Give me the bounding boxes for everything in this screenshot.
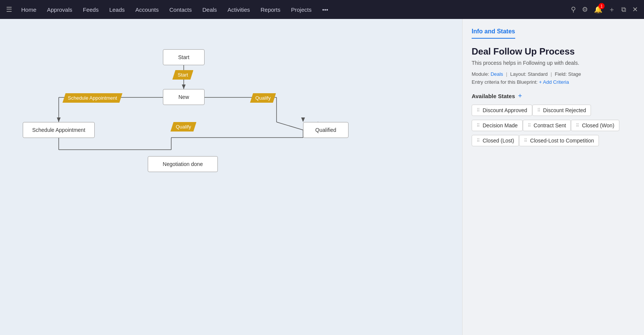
info-states-tab[interactable]: Info and States	[472, 28, 515, 39]
nav-leads[interactable]: Leads	[105, 4, 129, 15]
notification-icon[interactable]: 🔔 1	[594, 5, 602, 14]
top-navigation: ☰ Home Approvals Feeds Leads Accounts Co…	[0, 0, 644, 19]
state-chip-discount-approved[interactable]: ⠿Discount Approved	[472, 105, 532, 116]
negotiation-done-node[interactable]: Negotiation done	[148, 156, 218, 172]
drag-handle: ⠿	[524, 138, 528, 143]
module-value[interactable]: Deals	[491, 71, 503, 77]
menu-icon[interactable]: ☰	[6, 5, 12, 14]
nav-accounts[interactable]: Accounts	[131, 4, 163, 15]
drag-handle: ⠿	[537, 108, 541, 113]
nav-home[interactable]: Home	[17, 4, 41, 15]
state-chip-contract-sent[interactable]: ⠿Contract Sent	[523, 120, 571, 131]
gamepad-icon[interactable]: ⚙	[582, 5, 588, 14]
field-label: Field:	[555, 71, 567, 77]
drag-handle: ⠿	[477, 138, 480, 143]
nav-approvals[interactable]: Approvals	[42, 4, 77, 15]
drag-handle: ⠿	[576, 123, 580, 128]
entry-criteria-label: Entry criteria for this Blueprint:	[472, 79, 538, 85]
search-icon[interactable]: ⚲	[571, 5, 576, 14]
right-panel: Info and States Deal Follow Up Process T…	[462, 19, 644, 335]
svg-line-7	[277, 122, 303, 130]
panel-title: Deal Follow Up Process	[472, 46, 635, 57]
svg-marker-14	[57, 117, 61, 122]
module-label: Module:	[472, 71, 489, 77]
available-states-header: Available States +	[472, 92, 635, 99]
panel-description: This process helps in Following up with …	[472, 60, 635, 66]
add-state-button[interactable]: +	[518, 92, 522, 99]
drag-handle: ⠿	[528, 123, 531, 128]
drag-handle: ⠿	[477, 123, 480, 128]
add-criteria-link[interactable]: + Add Criteria	[539, 79, 569, 85]
layout-value: Standard	[528, 71, 548, 77]
add-icon[interactable]: ＋	[608, 5, 615, 14]
canvas-svg	[0, 19, 462, 335]
nav-projects[interactable]: Projects	[286, 4, 316, 15]
close-icon[interactable]: ✕	[632, 5, 638, 14]
state-chip-discount-rejected[interactable]: ⠿Discount Rejected	[532, 105, 591, 116]
svg-marker-15	[301, 117, 305, 122]
states-list: ⠿Discount Approved⠿Discount Rejected⠿Dec…	[472, 105, 635, 150]
state-chip-decision-made[interactable]: ⠿Decision Made	[472, 120, 523, 131]
nav-icons: ⚲ ⚙ 🔔 1 ＋ ⧉ ✕	[571, 5, 638, 14]
nav-deals[interactable]: Deals	[198, 4, 221, 15]
state-chip-closed-lost-competition[interactable]: ⠿Closed-Lost to Competition	[519, 135, 599, 146]
entry-criteria: Entry criteria for this Blueprint: + Add…	[472, 79, 635, 85]
start-label[interactable]: Start	[172, 70, 193, 80]
drag-handle: ⠿	[477, 108, 480, 113]
field-value: Stage	[568, 71, 581, 77]
svg-marker-13	[182, 85, 186, 89]
state-chip-closed-lost[interactable]: ⠿Closed (Lost)	[472, 135, 519, 146]
nav-more[interactable]: •••	[317, 4, 333, 15]
available-states-label: Available States	[472, 93, 515, 99]
nav-reports[interactable]: Reports	[256, 4, 285, 15]
state-chip-closed-won[interactable]: ⠿Closed (Won)	[571, 120, 619, 131]
new-node[interactable]: New	[163, 89, 205, 105]
start-node[interactable]: Start	[163, 49, 205, 65]
qualified-node[interactable]: Qualified	[303, 122, 349, 138]
schedule-appointment-label[interactable]: Schedule Appointment	[63, 93, 122, 103]
nav-feeds[interactable]: Feeds	[78, 4, 103, 15]
qualify-label-bottom[interactable]: Qualify	[170, 122, 196, 131]
nav-contacts[interactable]: Contacts	[165, 4, 196, 15]
main-layout: Start Start Schedule Appointment Qualify…	[0, 19, 644, 335]
blueprint-canvas[interactable]: Start Start Schedule Appointment Qualify…	[0, 19, 462, 335]
qualify-label-top[interactable]: Qualify	[250, 93, 276, 103]
schedule-appointment-node[interactable]: Schedule Appointment	[23, 122, 95, 138]
notification-badge: 1	[599, 3, 605, 9]
screen-icon[interactable]: ⧉	[621, 6, 626, 14]
nav-activities[interactable]: Activities	[223, 4, 255, 15]
layout-label: Layout:	[510, 71, 527, 77]
panel-meta-row: Module: Deals | Layout: Standard | Field…	[472, 71, 635, 77]
